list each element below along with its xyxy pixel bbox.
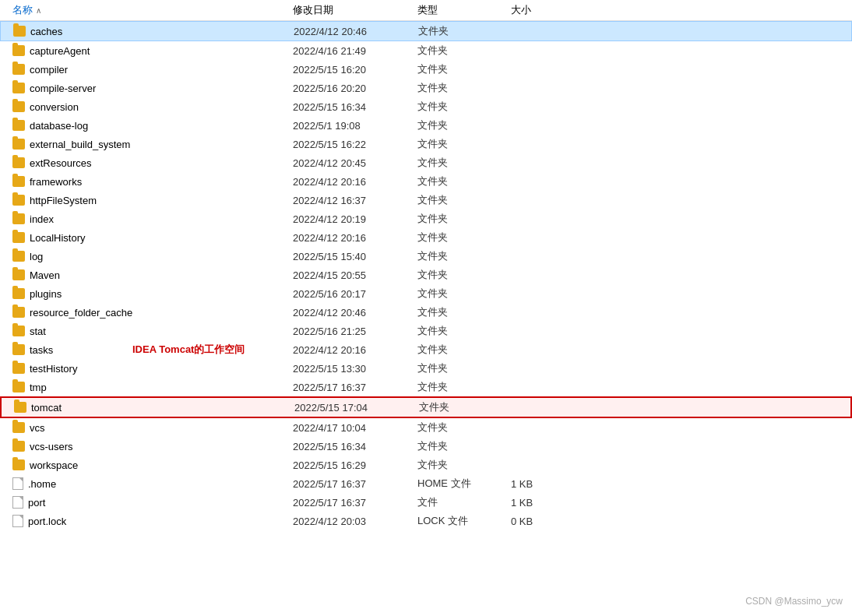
list-item[interactable]: resource_folder_cache2022/4/12 20:46文件夹 [0,303,852,322]
folder-icon [12,120,25,131]
list-item[interactable]: httpFileSystem2022/4/12 16:37文件夹 [0,191,852,209]
folder-icon [12,139,25,150]
folder-icon [12,157,25,168]
file-name: log [30,251,43,262]
folder-icon [12,344,25,355]
file-date: 2022/5/15 15:40 [293,251,417,262]
file-type: 文件夹 [417,137,511,151]
file-name-cell: LocalHistory [12,232,293,244]
file-name-cell: frameworks [12,176,293,188]
file-type: 文件夹 [417,305,511,319]
folder-icon [12,232,25,243]
col-date-header: 修改日期 [293,3,417,17]
file-type: 文件夹 [417,439,511,453]
file-name: .home [28,478,56,490]
folder-icon [12,422,25,433]
list-item[interactable]: plugins2022/5/16 20:17文件夹 [0,284,852,303]
file-date: 2022/4/12 20:16 [293,344,417,356]
file-date: 2022/5/17 16:37 [293,497,417,509]
list-item[interactable]: external_build_system2022/5/15 16:22文件夹 [0,135,852,153]
file-name: extResources [30,157,91,169]
folder-icon [12,251,25,262]
file-name: testHistory [30,363,77,375]
file-name-cell: caches [13,26,294,37]
list-item[interactable]: workspace2022/5/15 16:29文件夹 [0,456,852,474]
list-item[interactable]: port.lock2022/4/12 20:03LOCK 文件0 KB [0,512,852,530]
file-size: 1 KB [511,497,573,509]
folder-icon [12,307,25,318]
file-name: conversion [30,101,79,113]
file-name-cell: tmp [12,382,293,393]
file-name: index [30,213,54,225]
col-name-header[interactable]: 名称 [12,3,293,17]
file-icon [12,515,23,527]
file-date: 2022/4/12 20:45 [293,157,417,169]
file-date: 2022/5/15 16:20 [293,64,417,76]
file-size: 1 KB [511,478,573,490]
file-date: 2022/4/12 20:19 [293,213,417,225]
file-name: frameworks [30,176,82,188]
folder-icon [12,45,25,56]
file-date: 2022/4/12 20:46 [293,307,417,319]
file-date: 2022/4/12 20:46 [294,26,418,37]
list-item[interactable]: port2022/5/17 16:37文件1 KB [0,493,852,512]
list-item[interactable]: vcs2022/4/17 10:04文件夹 [0,418,852,437]
list-item[interactable]: vcs-users2022/5/15 16:34文件夹 [0,437,852,456]
file-name-cell: stat [12,326,293,337]
file-name-cell: port.lock [12,515,293,527]
file-date: 2022/4/12 16:37 [293,195,417,206]
list-item[interactable]: stat2022/5/16 21:25文件夹 [0,322,852,340]
file-name-cell: captureAgent [12,45,293,57]
watermark: CSDN @Massimo_ycw [745,596,843,607]
file-type: 文件夹 [417,343,511,357]
file-type: 文件夹 [417,212,511,226]
list-item[interactable]: compiler2022/5/15 16:20文件夹 [0,60,852,79]
file-name-cell: resource_folder_cache [12,307,293,319]
file-type: 文件夹 [417,44,511,58]
file-type: 文件夹 [417,193,511,207]
file-name: vcs [30,422,45,434]
list-item[interactable]: tmp2022/5/17 16:37文件夹 [0,378,852,396]
list-item[interactable]: log2022/5/15 15:40文件夹 [0,247,852,266]
file-date: 2022/5/1 19:08 [293,120,417,132]
folder-icon [12,363,25,374]
file-name-cell: compile-server [12,83,293,94]
file-name: caches [30,26,62,37]
folder-icon [12,382,25,392]
file-date: 2022/5/15 16:22 [293,139,417,150]
file-date: 2022/5/17 16:37 [293,478,417,490]
list-item[interactable]: LocalHistory2022/4/12 20:16文件夹 [0,228,852,247]
folder-icon [13,26,26,37]
list-item[interactable]: database-log2022/5/1 19:08文件夹 [0,116,852,135]
file-name: tmp [30,382,47,393]
list-item[interactable]: Maven2022/4/15 20:55文件夹 [0,266,852,284]
list-item[interactable]: compile-server2022/5/16 20:20文件夹 [0,79,852,97]
file-type: 文件夹 [417,421,511,435]
file-name: port.lock [28,516,66,527]
list-item[interactable]: captureAgent2022/4/16 21:49文件夹 [0,41,852,60]
file-type: 文件夹 [417,458,511,472]
file-type: 文件 [417,495,511,509]
file-type: 文件夹 [418,24,512,38]
file-date: 2022/4/17 10:04 [293,422,417,434]
list-item[interactable]: index2022/4/12 20:19文件夹 [0,209,852,228]
file-type: 文件夹 [417,62,511,76]
file-name: workspace [30,459,78,471]
file-name-cell: log [12,251,293,262]
file-name: port [28,497,45,509]
file-type: 文件夹 [417,100,511,114]
file-name-cell: vcs-users [12,441,293,452]
file-date: 2022/5/16 20:20 [293,83,417,94]
list-item[interactable]: tomcat2022/5/15 17:04文件夹 [0,396,852,418]
list-item[interactable]: .home2022/5/17 16:37HOME 文件1 KB [0,474,852,493]
file-type: 文件夹 [417,268,511,282]
list-item[interactable]: frameworks2022/4/12 20:16文件夹 [0,172,852,191]
file-name-cell: .home [12,477,293,490]
list-item[interactable]: testHistory2022/5/15 13:30文件夹 [0,359,852,378]
folder-icon [12,459,25,470]
list-item[interactable]: extResources2022/4/12 20:45文件夹 [0,153,852,172]
list-item[interactable]: tasksIDEA Tomcat的工作空间2022/4/12 20:16文件夹 [0,340,852,359]
file-date: 2022/5/15 17:04 [294,402,419,414]
list-item[interactable]: caches2022/4/12 20:46文件夹 [0,21,852,41]
list-item[interactable]: conversion2022/5/15 16:34文件夹 [0,97,852,116]
